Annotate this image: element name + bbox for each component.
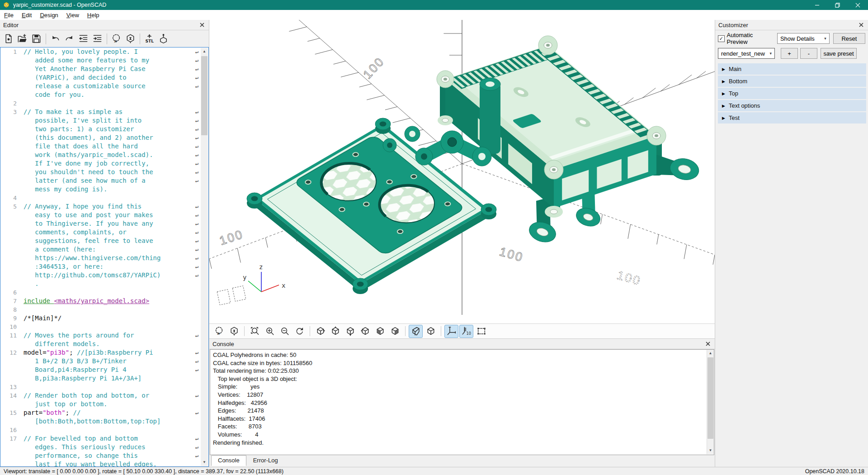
view-top-button[interactable] (328, 325, 342, 338)
add-preset-button[interactable]: + (781, 48, 798, 59)
console-panel-title: Console (212, 341, 234, 347)
svg-text:z: z (259, 263, 263, 271)
save-preset-button[interactable]: save preset (821, 48, 857, 59)
export-stl-button[interactable]: STL (142, 32, 156, 46)
code-editor[interactable]: 1// Hello, you lovely people. I↵ added s… (0, 47, 209, 467)
code-line: 1 B+/2 B/3 B/3 B+/Tinker↵ (0, 357, 208, 366)
console-scrollbar-thumb[interactable] (708, 357, 713, 439)
orthogonal-button[interactable] (424, 325, 438, 338)
customizer-groups: ▶Main▶Bottom▶Top▶Text options▶Test (718, 63, 866, 124)
preview-button[interactable]: » (212, 325, 226, 338)
toolbar-separator (405, 326, 406, 336)
view-top-icon (330, 326, 340, 336)
view-left-button[interactable] (358, 325, 372, 338)
openscad-logo-icon (3, 2, 9, 8)
customizer-group-bottom[interactable]: ▶Bottom (718, 76, 866, 87)
console-scrollbar[interactable]: ▲ ▼ (707, 350, 714, 454)
print-3d-button[interactable] (156, 32, 170, 46)
menu-bar: FileEditDesignViewHelp (0, 10, 868, 20)
redo-button[interactable] (62, 32, 76, 46)
line-wrap-icon: ↵ (195, 254, 198, 262)
title-bar: yarpic_customizer.scad - OpenSCAD (0, 0, 868, 10)
svg-text:100: 100 (615, 268, 642, 288)
scroll-up-icon[interactable]: ▲ (707, 350, 714, 357)
view-all-button[interactable] (474, 325, 488, 338)
show-scale-markers-icon: 10 (462, 326, 472, 336)
zoom-in-button[interactable] (263, 325, 277, 338)
editor-scrollbar-thumb[interactable] (201, 56, 208, 135)
console-output: CGAL Polyhedrons in cache: 50 CGAL cache… (210, 349, 714, 455)
svg-text:100: 100 (218, 227, 245, 247)
reset-button[interactable]: Reset (833, 33, 865, 44)
code-line: . (0, 280, 208, 288)
editor-scrollbar[interactable]: ▲ ▼ (201, 48, 208, 466)
code-line: (YARPiC), and decided to↵ (0, 73, 208, 82)
line-wrap-icon: ↵ (195, 219, 198, 228)
undo-icon (50, 33, 61, 44)
render-button[interactable] (123, 32, 137, 46)
customizer-group-test[interactable]: ▶Test (718, 112, 866, 124)
customizer-group-text-options[interactable]: ▶Text options (718, 100, 866, 111)
menu-help[interactable]: Help (83, 10, 104, 20)
view-back-button[interactable] (388, 325, 402, 338)
new-file-button[interactable] (1, 32, 15, 46)
zoom-all-button[interactable] (248, 325, 262, 338)
menu-design[interactable]: Design (36, 10, 62, 20)
customizer-close-button[interactable] (859, 22, 865, 28)
code-line: 8 (0, 305, 208, 314)
indent-button[interactable] (90, 32, 104, 46)
code-line: a comment (here:↵ (0, 245, 208, 254)
code-line: 2 (0, 99, 208, 108)
view-front-button[interactable] (373, 325, 387, 338)
editor-toolbar: »STL (0, 30, 209, 47)
reset-view-button[interactable] (292, 325, 307, 338)
menu-view[interactable]: View (62, 10, 83, 20)
open-file-button[interactable] (15, 32, 29, 46)
render-button[interactable] (227, 325, 241, 338)
code-line: suggestions, feel free to leave↵ (0, 237, 208, 245)
code-line: 17// For bevelled top and bottom↵ (0, 434, 208, 443)
automatic-preview-checkbox[interactable]: ✓ (718, 35, 725, 42)
chevron-down-icon: ▾ (824, 36, 826, 41)
scroll-up-icon[interactable]: ▲ (201, 48, 208, 55)
scroll-down-icon[interactable]: ▼ (201, 459, 208, 466)
unindent-button[interactable] (76, 32, 90, 46)
close-icon (706, 342, 710, 346)
view-back-icon (390, 326, 400, 336)
customizer-group-top[interactable]: ▶Top (718, 88, 866, 99)
view-bottom-button[interactable] (343, 325, 357, 338)
triangle-right-icon: ▶ (722, 104, 725, 108)
preview-button[interactable]: » (109, 32, 123, 46)
menu-edit[interactable]: Edit (18, 10, 36, 20)
triangle-right-icon: ▶ (722, 116, 725, 120)
viewport-status-text: Viewport: translate = [ 0.00 0.00 0.00 ]… (4, 468, 283, 475)
close-button[interactable] (848, 0, 868, 10)
menu-file[interactable]: File (0, 10, 18, 20)
perspective-button[interactable] (409, 325, 423, 338)
restore-button[interactable] (827, 0, 848, 10)
save-button[interactable] (29, 32, 43, 46)
zoom-in-icon (265, 326, 275, 336)
minimize-button[interactable] (807, 0, 827, 10)
code-line: :3464513, or here:↵ (0, 262, 208, 271)
show-scale-markers-button[interactable]: 10 (459, 325, 473, 338)
customizer-group-main[interactable]: ▶Main (718, 63, 866, 75)
scroll-down-icon[interactable]: ▼ (707, 447, 714, 454)
svg-text:»: » (114, 38, 118, 44)
code-line: code for you. (0, 90, 208, 99)
remove-preset-button[interactable]: - (800, 48, 817, 59)
line-wrap-icon: ↵ (195, 168, 198, 176)
tab-console[interactable]: Console (211, 455, 246, 466)
show-axes-button[interactable] (444, 325, 458, 338)
preset-dropdown[interactable]: render_test_new▾ (718, 48, 775, 59)
zoom-out-button[interactable] (278, 325, 292, 338)
line-wrap-icon: ↵ (195, 228, 198, 237)
viewport-3d[interactable]: 100100100100zyx (209, 20, 715, 324)
code-line: latter (and see how much of a↵ (0, 176, 208, 185)
editor-close-button[interactable] (200, 22, 206, 28)
tab-error-log[interactable]: Error-Log (246, 455, 285, 466)
view-right-button[interactable] (313, 325, 327, 338)
console-close-button[interactable] (706, 341, 712, 347)
undo-button[interactable] (48, 32, 62, 46)
details-dropdown[interactable]: Show Details▾ (777, 33, 830, 44)
